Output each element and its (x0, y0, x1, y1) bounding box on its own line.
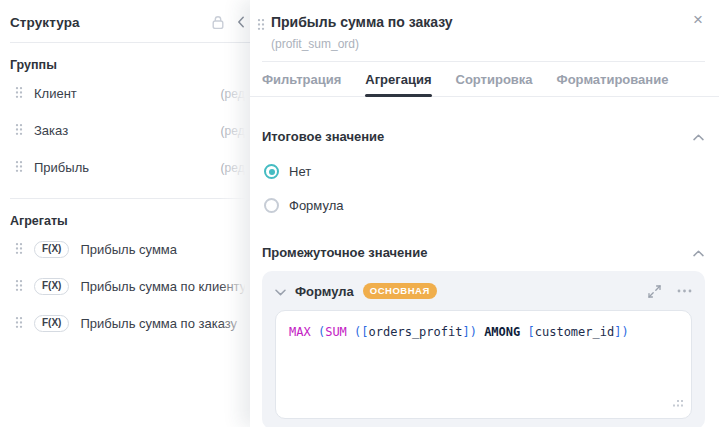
group-edit-hint: (ред. (221, 87, 250, 101)
structure-panel-actions (210, 14, 245, 31)
drawer-header: Прибыль сумма по заказу × (250, 0, 719, 35)
tab-sorting[interactable]: Сортировка (456, 62, 533, 96)
group-edit-hint: (ред. (221, 124, 250, 138)
aggregate-label: Прибыль сумма (80, 242, 177, 257)
aggregate-row-profit-sum-by-order[interactable]: F(X) Прибыль сумма по заказу (10, 305, 250, 342)
intermediate-value-section-header: Промежуточное значение (262, 243, 704, 261)
group-row-profit[interactable]: Прибыль (ред. (10, 149, 250, 186)
drag-handle-icon[interactable] (15, 85, 23, 103)
code-token: ]) (462, 325, 476, 339)
chevron-down-icon[interactable] (275, 282, 286, 300)
aggregate-row-profit-sum-by-client[interactable]: F(X) Прибыль сумма по клиенту (10, 268, 250, 305)
code-token: customer_id (535, 325, 614, 339)
group-label: Клиент (34, 86, 77, 101)
code-token: ([ (354, 325, 368, 339)
code-token: [ (528, 325, 535, 339)
app-window: Структура Группы (0, 0, 719, 427)
group-row-order[interactable]: Заказ (ред. (10, 112, 250, 149)
tab-formatting[interactable]: Форматирование (557, 62, 669, 96)
drag-handle-icon[interactable] (257, 17, 265, 35)
code-token: MAX (289, 325, 311, 339)
formula-code-line: MAX (SUM ([orders_profit]) AMONG [custom… (289, 324, 678, 340)
divider (10, 42, 250, 43)
formula-code-editor[interactable]: MAX (SUM ([orders_profit]) AMONG [custom… (275, 310, 692, 419)
code-token (311, 325, 318, 339)
radio-selected-icon (264, 164, 279, 179)
formula-card-title: Формула (295, 284, 354, 299)
code-token: SUM (325, 325, 347, 339)
ellipsis-menu-icon[interactable] (677, 289, 692, 293)
total-value-title: Итоговое значение (262, 129, 384, 144)
divider (10, 198, 250, 199)
radio-label: Формула (289, 198, 343, 213)
formula-card: Формула ОСНОВНАЯ MAX (SUM ([orders_pro (262, 271, 705, 427)
drag-handle-icon[interactable] (15, 315, 23, 333)
drag-handle-icon[interactable] (15, 278, 23, 296)
structure-panel-title: Структура (10, 15, 80, 30)
formula-fx-badge: F(X) (34, 315, 69, 332)
chevron-up-icon[interactable] (693, 127, 704, 145)
tab-filtration[interactable]: Фильтрация (262, 62, 341, 96)
group-row-client[interactable]: Клиент (ред. (10, 75, 250, 112)
field-settings-drawer: Прибыль сумма по заказу × (profit_sum_or… (250, 0, 719, 427)
aggregate-label: Прибыль сумма по заказу (80, 316, 237, 331)
code-token (347, 325, 354, 339)
drag-handle-icon[interactable] (15, 122, 23, 140)
code-token: AMONG (484, 325, 520, 339)
structure-panel-header: Структура (10, 10, 250, 34)
formula-card-header: Формула ОСНОВНАЯ (275, 282, 692, 300)
aggregate-label: Прибыль сумма по клиенту (80, 279, 246, 294)
radio-unselected-icon (264, 198, 279, 213)
radio-option-formula[interactable]: Формула (264, 198, 719, 213)
collapse-panel-icon[interactable] (237, 16, 245, 28)
drag-handle-icon[interactable] (15, 241, 23, 259)
radio-label: Нет (289, 164, 311, 179)
field-id-subtitle: (profit_sum_ord) (271, 37, 719, 51)
code-token: orders_profit (369, 325, 463, 339)
formula-fx-badge: F(X) (34, 241, 69, 258)
code-token: ]) (614, 325, 628, 339)
expand-icon[interactable] (648, 285, 661, 298)
aggregate-row-profit-sum[interactable]: F(X) Прибыль сумма (10, 231, 250, 268)
groups-section-header: Группы (10, 58, 250, 72)
lock-icon[interactable] (210, 14, 226, 31)
tab-aggregation[interactable]: Агрегация (365, 62, 431, 96)
group-label: Заказ (34, 123, 68, 138)
chevron-up-icon[interactable] (693, 243, 704, 261)
drag-handle-icon[interactable] (15, 159, 23, 177)
formula-fx-badge: F(X) (34, 278, 69, 295)
group-label: Прибыль (34, 160, 89, 175)
intermediate-value-title: Промежуточное значение (262, 245, 427, 260)
structure-panel: Структура Группы (0, 0, 250, 427)
group-edit-hint: (ред. (221, 161, 250, 175)
drawer-title: Прибыль сумма по заказу (271, 13, 453, 31)
formula-card-actions (648, 285, 692, 298)
primary-badge: ОСНОВНАЯ (363, 283, 437, 300)
code-token (520, 325, 527, 339)
resize-grip-icon[interactable] (672, 397, 684, 411)
close-icon[interactable]: × (691, 13, 705, 27)
radio-option-none[interactable]: Нет (264, 164, 719, 179)
settings-tabs: Фильтрация Агрегация Сортировка Форматир… (250, 62, 719, 97)
total-value-section-header: Итоговое значение (262, 127, 704, 145)
aggregates-section-header: Агрегаты (10, 214, 250, 228)
